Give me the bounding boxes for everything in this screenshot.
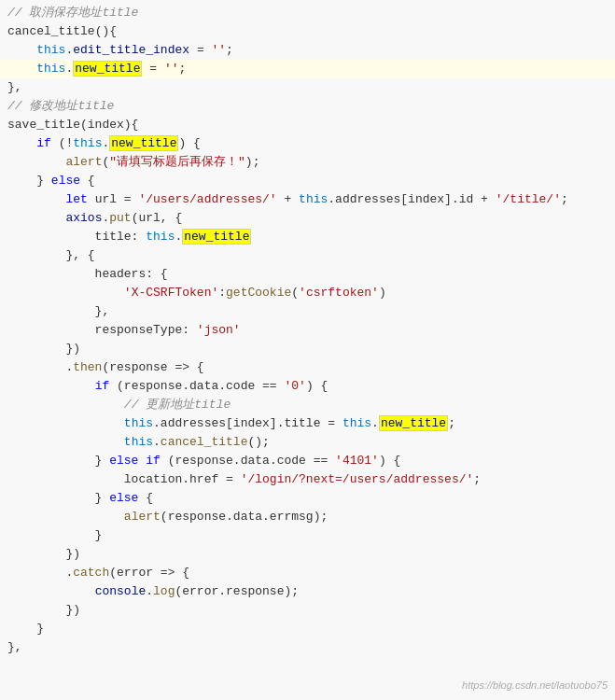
watermark: https://blog.csdn.net/laotuobo75: [462, 678, 608, 693]
code-line: 'X-CSRFToken':getCookie('csrftoken'): [0, 284, 615, 302]
code-line: }: [0, 526, 615, 545]
code-line: // 更新地址title: [0, 396, 615, 414]
code-line: },: [0, 638, 615, 657]
code-line: this.edit_title_index = '';: [0, 41, 615, 60]
code-line: }): [0, 340, 615, 358]
code-line: }): [0, 601, 615, 620]
code-line: .catch(error => {: [0, 564, 615, 582]
code-line: if (response.data.code == '0') {: [0, 377, 615, 396]
code-line: // 取消保存地址title: [0, 4, 615, 22]
code-line: },: [0, 78, 615, 97]
code-line: axios.put(url, {: [0, 209, 615, 228]
code-line: }): [0, 545, 615, 564]
code-line-highlighted: this.new_title = '';: [0, 60, 615, 78]
code-line: title: this.new_title: [0, 228, 615, 246]
code-line: if (!this.new_title) {: [0, 134, 615, 153]
code-line: responseType: 'json': [0, 321, 615, 340]
code-line: .then(response => {: [0, 358, 615, 377]
code-line: }, {: [0, 246, 615, 265]
code-line: alert(response.data.errmsg);: [0, 508, 615, 526]
code-line: },: [0, 302, 615, 321]
code-line: let url = '/users/addresses/' + this.add…: [0, 190, 615, 209]
code-line: } else {: [0, 489, 615, 508]
code-line: cancel_title(){: [0, 22, 615, 41]
code-line: location.href = '/login/?next=/users/add…: [0, 470, 615, 489]
code-line: // 修改地址title: [0, 97, 615, 116]
code-line: headers: {: [0, 265, 615, 284]
code-line: }: [0, 620, 615, 638]
code-line: this.addresses[index].title = this.new_t…: [0, 414, 615, 433]
code-container: // 取消保存地址title cancel_title(){ this.edit…: [0, 0, 615, 700]
code-line: } else if (response.data.code == '4101')…: [0, 452, 615, 470]
code-line: console.log(error.response);: [0, 582, 615, 601]
code-line: alert("请填写标题后再保存！");: [0, 153, 615, 172]
code-line: save_title(index){: [0, 116, 615, 134]
code-line: } else {: [0, 172, 615, 190]
code-line: this.cancel_title();: [0, 433, 615, 452]
